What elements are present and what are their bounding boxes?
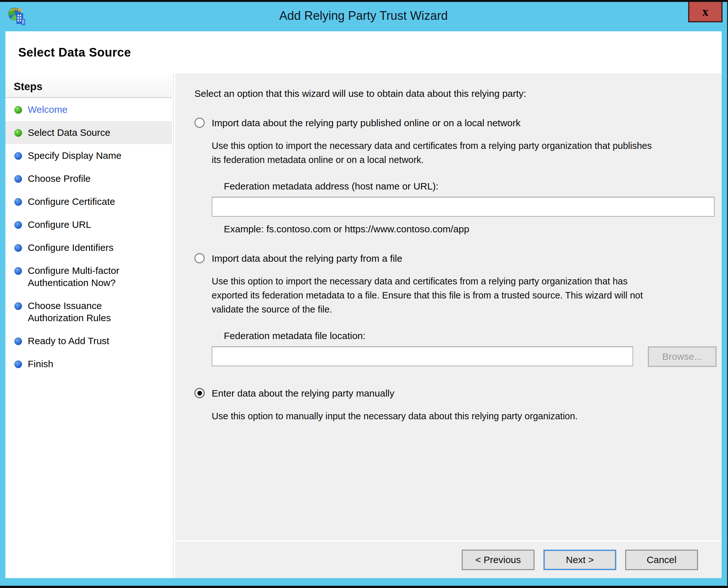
radio-option-import-online[interactable]: Import data about the relying party publ… [195,117,717,129]
step-label: Configure Identifiers [28,242,113,253]
step-label: Choose Profile [28,173,91,184]
title-bar: Add Relying Party Trust Wizard x [0,2,727,31]
option-label: Import data about the relying party from… [212,252,402,265]
step-finish: Finish [5,353,172,376]
step-configure-certificate: Configure Certificate [5,190,172,213]
cancel-button[interactable]: Cancel [625,550,698,570]
federation-metadata-file-label: Federation metadata file location: [224,331,717,341]
next-button[interactable]: Next > [544,550,616,570]
dialog-body: Select Data Source Steps Welcome Select … [5,31,722,578]
radio-option-enter-manually[interactable]: Enter data about the relying party manua… [195,387,717,399]
close-button[interactable]: x [688,2,723,22]
step-pending-icon [14,198,22,206]
federation-metadata-file-input[interactable] [212,346,633,366]
steps-list: Welcome Select Data Source Specify Displ… [5,98,172,376]
wizard-button-bar: < Previous Next > Cancel [175,540,722,578]
step-choose-profile: Choose Profile [5,167,172,190]
window-title: Add Relying Party Trust Wizard [0,2,727,29]
step-configure-url: Configure URL [5,213,172,236]
page-heading-band: Select Data Source [5,31,722,74]
radio-unselected-icon[interactable] [195,253,205,263]
sidebar-divider [172,74,175,578]
option-label: Enter data about the relying party manua… [212,387,394,399]
wizard-window: Add Relying Party Trust Wizard x Select … [0,0,728,588]
radio-unselected-icon[interactable] [195,118,205,128]
step-complete-icon [14,106,22,114]
step-pending-icon [14,221,22,229]
steps-sidebar: Steps Welcome Select Data Source Specify… [5,74,172,578]
step-label: Configure Certificate [28,196,115,207]
step-pending-icon [14,302,22,310]
step-label: Welcome [28,104,67,115]
radio-selected-icon[interactable] [195,388,205,398]
option-description: Use this option to import the necessary … [212,139,717,167]
step-label: Select Data Source [28,127,110,138]
step-welcome: Welcome [5,98,172,121]
step-label: Ready to Add Trust [28,336,109,346]
main-panel: Select an option that this wizard will u… [175,74,722,578]
page-title: Select Data Source [18,46,131,59]
federation-metadata-address-input[interactable] [212,197,714,217]
step-complete-icon [14,129,22,137]
steps-header: Steps [5,74,172,98]
step-pending-icon [14,152,22,160]
option-description: Use this option to manually input the ne… [212,409,717,423]
step-label: Configure URL [28,219,91,230]
step-specify-display-name: Specify Display Name [5,144,172,167]
step-pending-icon [14,360,22,368]
step-label: Choose Issuance [28,300,102,311]
step-pending-icon [14,175,22,183]
example-text: Example: fs.contoso.com or https://www.c… [224,224,717,235]
step-label: Finish [28,359,53,369]
step-label: Specify Display Name [28,150,121,161]
step-pending-icon [14,267,22,275]
intro-text: Select an option that this wizard will u… [195,88,717,99]
step-configure-identifiers: Configure Identifiers [5,236,172,259]
step-pending-icon [14,337,22,345]
step-pending-icon [14,244,22,252]
step-configure-mfa: Configure Multi-factorAuthentication Now… [5,259,172,294]
step-select-data-source: Select Data Source [5,121,172,144]
step-choose-issuance-rules: Choose IssuanceAuthorization Rules [5,294,172,330]
step-ready-to-add-trust: Ready to Add Trust [5,330,172,353]
browse-button[interactable]: Browse... [648,346,716,367]
option-description: Use this option to import the necessary … [212,274,717,316]
previous-button[interactable]: < Previous [462,550,534,570]
step-label: Configure Multi-factor [28,265,119,276]
option-label: Import data about the relying party publ… [212,117,521,129]
radio-option-import-file[interactable]: Import data about the relying party from… [195,252,717,265]
federation-metadata-address-label: Federation metadata address (host name o… [224,181,717,192]
